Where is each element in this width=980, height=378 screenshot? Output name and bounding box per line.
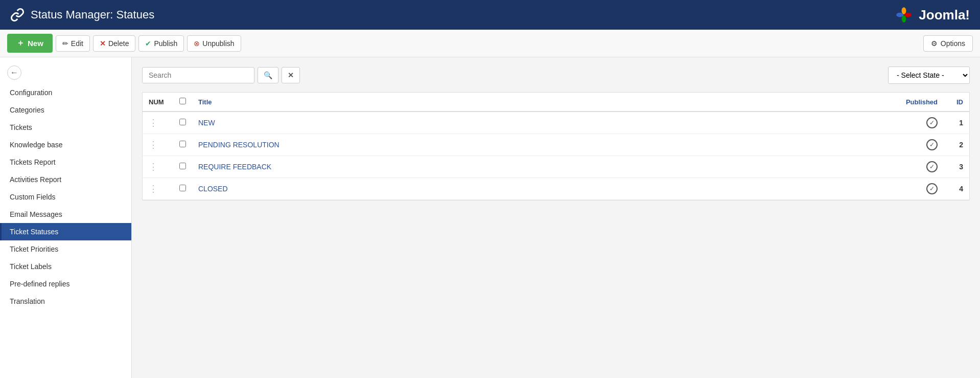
sidebar: ← ConfigurationCategoriesTicketsKnowledg… — [0, 57, 132, 378]
options-button[interactable]: ⚙ Options — [923, 35, 973, 52]
row-checkbox-3[interactable] — [179, 185, 186, 191]
table-row: ⋮ NEW ✓ 1 — [143, 112, 969, 134]
gear-icon: ⚙ — [931, 39, 938, 48]
sidebar-back-button[interactable]: ← — [7, 65, 21, 80]
arrow-left-icon: ← — [10, 68, 18, 77]
drag-dots-icon: ⋮ — [149, 162, 158, 172]
table-row: ⋮ REQUIRE FEEDBACK ✓ 3 — [143, 156, 969, 178]
plus-icon: ＋ — [16, 38, 25, 49]
table-body: ⋮ NEW ✓ 1 ⋮ PENDING RESOLUTION ✓ — [143, 112, 969, 200]
link-icon — [10, 8, 25, 22]
filter-left: 🔍 ✕ — [142, 67, 300, 83]
row-checkbox-2[interactable] — [179, 163, 186, 169]
published-status-icon[interactable]: ✓ — [926, 183, 938, 194]
sidebar-item-pre-defined-replies[interactable]: Pre-defined replies — [0, 275, 131, 293]
filter-bar: 🔍 ✕ - Select State -PublishedUnpublished — [142, 66, 970, 84]
drag-handle[interactable]: ⋮ — [143, 134, 173, 156]
row-title-cell: PENDING RESOLUTION — [192, 134, 703, 156]
drag-handle[interactable]: ⋮ — [143, 156, 173, 178]
row-checkbox-1[interactable] — [179, 141, 186, 147]
sidebar-item-activities-report[interactable]: Activities Report — [0, 171, 131, 188]
row-title-link[interactable]: PENDING RESOLUTION — [198, 141, 279, 149]
joomla-logo: Joomla! — [893, 4, 970, 26]
search-button[interactable]: 🔍 — [258, 67, 278, 83]
row-title-link[interactable]: CLOSED — [198, 185, 228, 193]
publish-check-icon: ✔ — [145, 39, 151, 48]
drag-handle[interactable]: ⋮ — [143, 112, 173, 134]
drag-dots-icon: ⋮ — [149, 118, 158, 128]
th-id[interactable]: ID — [944, 93, 969, 112]
published-status-icon[interactable]: ✓ — [926, 161, 938, 172]
delete-button[interactable]: ✕ Delete — [93, 35, 135, 52]
new-button[interactable]: ＋ New — [7, 34, 53, 53]
sidebar-item-ticket-statuses[interactable]: Ticket Statuses — [0, 223, 131, 240]
sidebar-item-knowledge-base[interactable]: Knowledge base — [0, 136, 131, 153]
page-title: Status Manager: Statues — [31, 8, 154, 21]
sidebar-item-ticket-priorities[interactable]: Ticket Priorities — [0, 240, 131, 258]
row-checkbox-cell — [173, 112, 192, 134]
svg-point-4 — [896, 13, 903, 17]
sidebar-back: ← — [0, 61, 131, 84]
sidebar-item-categories[interactable]: Categories — [0, 101, 131, 119]
statuses-table: NUM Title Published ID ⋮ — [143, 93, 969, 200]
table-row: ⋮ PENDING RESOLUTION ✓ 2 — [143, 134, 969, 156]
row-checkbox-cell — [173, 156, 192, 178]
th-published[interactable]: Published — [703, 93, 944, 112]
row-id-cell: 3 — [944, 156, 969, 178]
edit-button[interactable]: ✏ Edit — [56, 35, 90, 52]
row-title-cell: NEW — [192, 112, 703, 134]
th-title[interactable]: Title — [192, 93, 703, 112]
toolbar: ＋ New ✏ Edit ✕ Delete ✔ Publish ⊗ Unpubl… — [0, 30, 980, 57]
header: Status Manager: Statues Joomla! — [0, 0, 980, 30]
row-id-cell: 2 — [944, 134, 969, 156]
sidebar-item-custom-fields[interactable]: Custom Fields — [0, 188, 131, 206]
joomla-icon — [893, 4, 915, 26]
main-content: 🔍 ✕ - Select State -PublishedUnpublished… — [132, 57, 980, 378]
main-layout: ← ConfigurationCategoriesTicketsKnowledg… — [0, 57, 980, 378]
row-checkbox-cell — [173, 134, 192, 156]
row-title-cell: REQUIRE FEEDBACK — [192, 156, 703, 178]
publish-button[interactable]: ✔ Publish — [138, 35, 184, 52]
row-checkbox-0[interactable] — [179, 119, 186, 125]
sidebar-item-tickets-report[interactable]: Tickets Report — [0, 153, 131, 171]
sidebar-items-container: ConfigurationCategoriesTicketsKnowledge … — [0, 84, 131, 310]
drag-dots-icon: ⋮ — [149, 140, 158, 150]
delete-x-icon: ✕ — [100, 39, 106, 48]
row-published-cell: ✓ — [703, 112, 944, 134]
sidebar-item-tickets[interactable]: Tickets — [0, 119, 131, 136]
row-checkbox-cell — [173, 178, 192, 200]
table-container: NUM Title Published ID ⋮ — [142, 92, 970, 201]
row-id-cell: 1 — [944, 112, 969, 134]
select-all-checkbox[interactable] — [179, 98, 186, 104]
drag-handle[interactable]: ⋮ — [143, 178, 173, 200]
sidebar-item-translation[interactable]: Translation — [0, 293, 131, 310]
joomla-text: Joomla! — [919, 7, 970, 23]
published-status-icon[interactable]: ✓ — [926, 139, 938, 150]
row-published-cell: ✓ — [703, 178, 944, 200]
header-left: Status Manager: Statues — [10, 8, 154, 22]
clear-icon: ✕ — [288, 71, 294, 79]
row-published-cell: ✓ — [703, 134, 944, 156]
sidebar-item-email-messages[interactable]: Email Messages — [0, 206, 131, 223]
th-num: NUM — [143, 93, 173, 112]
select-state-dropdown[interactable]: - Select State -PublishedUnpublished — [888, 66, 970, 84]
table-row: ⋮ CLOSED ✓ 4 — [143, 178, 969, 200]
unpublish-button[interactable]: ⊗ Unpublish — [187, 35, 241, 52]
row-id-cell: 4 — [944, 178, 969, 200]
drag-dots-icon: ⋮ — [149, 184, 158, 194]
filter-right: - Select State -PublishedUnpublished — [888, 66, 970, 84]
sidebar-item-ticket-labels[interactable]: Ticket Labels — [0, 258, 131, 275]
edit-icon: ✏ — [62, 39, 68, 48]
table-header-row: NUM Title Published ID — [143, 93, 969, 112]
published-status-icon[interactable]: ✓ — [926, 117, 938, 128]
search-icon: 🔍 — [264, 71, 272, 79]
row-title-cell: CLOSED — [192, 178, 703, 200]
th-checkbox — [173, 93, 192, 112]
search-input[interactable] — [142, 67, 254, 83]
clear-search-button[interactable]: ✕ — [282, 67, 300, 83]
row-title-link[interactable]: REQUIRE FEEDBACK — [198, 163, 271, 171]
row-published-cell: ✓ — [703, 156, 944, 178]
sidebar-item-configuration[interactable]: Configuration — [0, 84, 131, 101]
unpublish-icon: ⊗ — [194, 39, 200, 48]
row-title-link[interactable]: NEW — [198, 119, 215, 127]
